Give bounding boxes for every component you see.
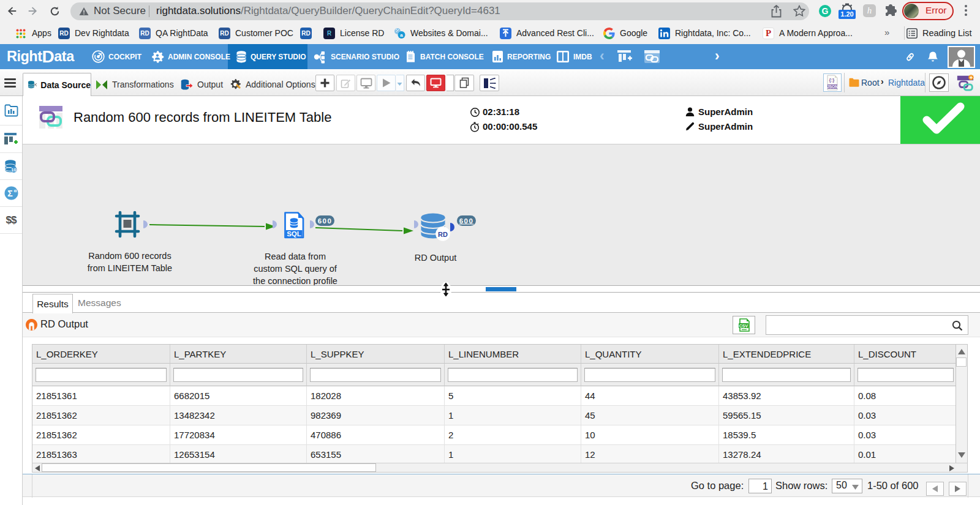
svg-text:CSV: CSV xyxy=(739,324,748,328)
svg-text:10: 10 xyxy=(11,166,16,172)
svg-text:600: 600 xyxy=(459,217,474,225)
svg-text:{:}: {:} xyxy=(829,77,835,83)
svg-text:JSON: JSON xyxy=(827,84,838,89)
svg-text:a: a xyxy=(400,32,403,38)
svg-text:RD: RD xyxy=(438,231,448,238)
svg-text:SQL: SQL xyxy=(287,230,301,238)
svg-text:Σ: Σ xyxy=(7,189,12,198)
svg-text:600: 600 xyxy=(318,217,333,225)
svg-text:α: α xyxy=(13,188,17,193)
